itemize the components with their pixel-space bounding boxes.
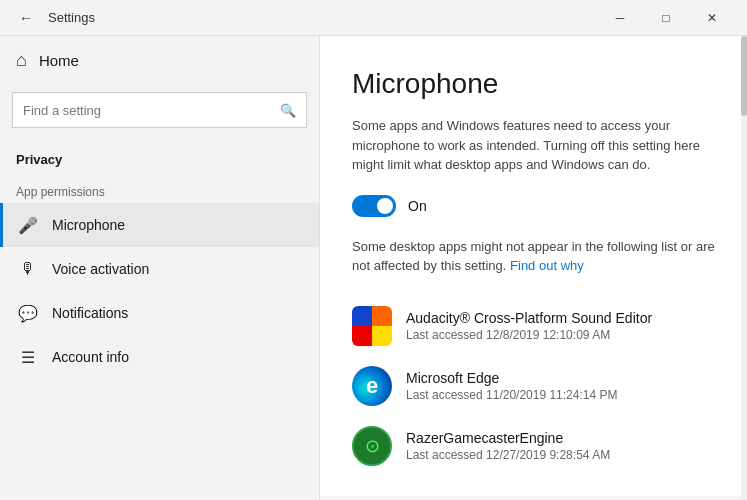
microphone-label: Microphone xyxy=(52,217,125,233)
sidebar-item-voice-activation[interactable]: 🎙 Voice activation xyxy=(0,247,319,291)
voice-activation-icon: 🎙 xyxy=(16,260,40,278)
scrollbar-track xyxy=(741,36,747,500)
search-box[interactable]: 🔍 xyxy=(12,92,307,128)
home-nav-item[interactable]: ⌂ Home xyxy=(0,36,319,84)
audacity-app-icon xyxy=(352,306,392,346)
back-icon: ← xyxy=(19,10,33,26)
microphone-toggle-row: On xyxy=(352,195,715,217)
edge-last-accessed: Last accessed 11/20/2019 11:24:14 PM xyxy=(406,388,617,402)
minimize-button[interactable]: ─ xyxy=(597,4,643,32)
audacity-app-name: Audacity® Cross-Platform Sound Editor xyxy=(406,310,652,326)
razer-app-name: RazerGamecasterEngine xyxy=(406,430,610,446)
content-description: Some apps and Windows features need to a… xyxy=(352,116,712,175)
search-input[interactable] xyxy=(23,103,280,118)
maximize-icon: □ xyxy=(662,11,669,25)
sidebar-item-notifications[interactable]: 💬 Notifications xyxy=(0,291,319,335)
edge-app-icon: e xyxy=(352,366,392,406)
find-out-why-link[interactable]: Find out why xyxy=(510,258,584,273)
sidebar-item-account-info[interactable]: ☰ Account info xyxy=(0,335,319,379)
close-button[interactable]: ✕ xyxy=(689,4,735,32)
audacity-icon-graphic xyxy=(352,306,392,346)
maximize-button[interactable]: □ xyxy=(643,4,689,32)
close-icon: ✕ xyxy=(707,11,717,25)
account-info-label: Account info xyxy=(52,349,129,365)
home-icon: ⌂ xyxy=(16,50,27,71)
list-item: Audacity® Cross-Platform Sound Editor La… xyxy=(352,296,715,356)
list-item: ⊙ RazerGamecasterEngine Last accessed 12… xyxy=(352,416,715,476)
razer-last-accessed: Last accessed 12/27/2019 9:28:54 AM xyxy=(406,448,610,462)
razer-app-info: RazerGamecasterEngine Last accessed 12/2… xyxy=(406,430,610,462)
sidebar: ⌂ Home 🔍 Privacy App permissions 🎤 Micro… xyxy=(0,36,320,500)
edge-app-name: Microsoft Edge xyxy=(406,370,617,386)
app-list: Audacity® Cross-Platform Sound Editor La… xyxy=(352,296,715,476)
edge-app-info: Microsoft Edge Last accessed 11/20/2019 … xyxy=(406,370,617,402)
scrollbar-thumb[interactable] xyxy=(741,36,747,116)
app-title: Settings xyxy=(48,10,95,25)
window-controls: ─ □ ✕ xyxy=(597,4,735,32)
edge-icon-graphic: e xyxy=(352,366,392,406)
app-permissions-label: App permissions xyxy=(0,173,319,203)
minimize-icon: ─ xyxy=(616,11,625,25)
microphone-toggle[interactable] xyxy=(352,195,396,217)
razer-icon-graphic: ⊙ xyxy=(352,426,392,466)
content-wrapper: Microphone Some apps and Windows feature… xyxy=(320,36,747,500)
content-area: Microphone Some apps and Windows feature… xyxy=(320,36,747,496)
toggle-state-label: On xyxy=(408,198,427,214)
toggle-knob xyxy=(377,198,393,214)
page-title: Microphone xyxy=(352,68,715,100)
notifications-icon: 💬 xyxy=(16,304,40,323)
privacy-section-label: Privacy xyxy=(0,136,319,173)
audacity-app-info: Audacity® Cross-Platform Sound Editor La… xyxy=(406,310,652,342)
account-info-icon: ☰ xyxy=(16,348,40,367)
microphone-icon: 🎤 xyxy=(16,216,40,235)
razer-app-icon: ⊙ xyxy=(352,426,392,466)
voice-activation-label: Voice activation xyxy=(52,261,149,277)
notifications-label: Notifications xyxy=(52,305,128,321)
audacity-last-accessed: Last accessed 12/8/2019 12:10:09 AM xyxy=(406,328,652,342)
back-button[interactable]: ← xyxy=(12,4,40,32)
search-icon: 🔍 xyxy=(280,103,296,118)
sidebar-item-microphone[interactable]: 🎤 Microphone xyxy=(0,203,319,247)
list-item: e Microsoft Edge Last accessed 11/20/201… xyxy=(352,356,715,416)
desktop-notice-text: Some desktop apps might not appear in th… xyxy=(352,237,715,276)
main-layout: ⌂ Home 🔍 Privacy App permissions 🎤 Micro… xyxy=(0,36,747,500)
title-bar: ← Settings ─ □ ✕ xyxy=(0,0,747,36)
home-label: Home xyxy=(39,52,79,69)
